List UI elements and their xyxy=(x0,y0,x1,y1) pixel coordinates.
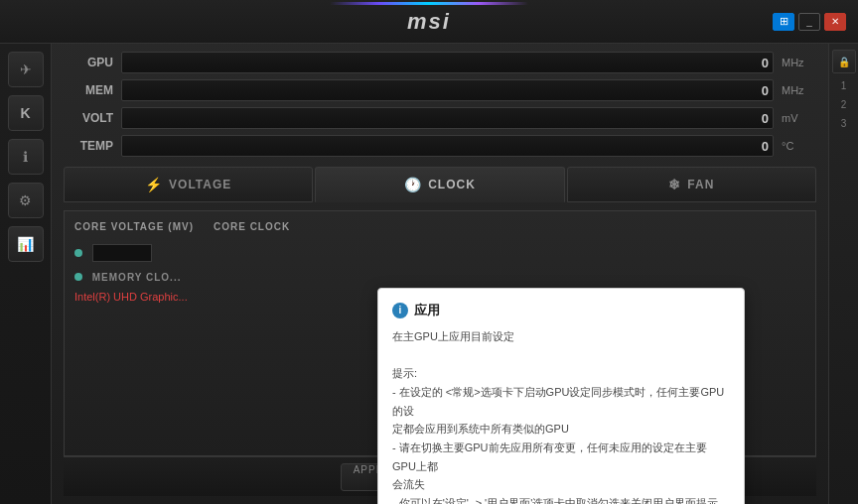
tab-voltage[interactable]: ⚡ VOLTAGE xyxy=(64,167,313,202)
tooltip-title: i 应用 xyxy=(392,301,730,321)
profile-3[interactable]: 3 xyxy=(841,118,847,129)
tab-clock[interactable]: 🕐 CLOCK xyxy=(315,167,564,202)
mem-unit: MHz xyxy=(782,84,816,96)
tab-fan-label: FAN xyxy=(687,178,714,191)
app-window: msi ⊞ _ ✕ ✈ K ℹ ⚙ 📊 GPU 0 xyxy=(0,0,858,504)
lock-button[interactable]: 🔒 xyxy=(832,50,856,73)
core-voltage-section xyxy=(74,244,805,262)
tooltip-line1: 在主GPU上应用目前设定 xyxy=(392,327,730,346)
temp-unit: °C xyxy=(782,140,816,152)
gpu-bar: 0 xyxy=(121,52,774,73)
temp-label: TEMP xyxy=(64,139,113,153)
tooltip-line7: - 你可以在'设定' -> '用户界面'选项卡中取消勾选来关闭用户界面提示 xyxy=(392,494,730,504)
volt-unit: mV xyxy=(782,112,816,124)
mem-bar: 0 xyxy=(121,79,774,101)
gpu-value: 0 xyxy=(762,56,769,70)
led-dot-mem xyxy=(74,273,82,281)
tab-clock-label: CLOCK xyxy=(428,178,476,191)
gpu-unit: MHz xyxy=(782,57,816,68)
voltage-input[interactable] xyxy=(92,244,152,262)
profile-2[interactable]: 2 xyxy=(841,99,847,110)
window-controls: ⊞ _ ✕ xyxy=(773,13,846,31)
mem-meter-row: MEM 0 MHz xyxy=(64,79,816,101)
temp-bar: 0 xyxy=(121,135,774,157)
windows-button[interactable]: ⊞ xyxy=(773,13,794,31)
memory-clock-label: MEMORY CLO... xyxy=(74,272,805,283)
temp-meter-row: TEMP 0 °C xyxy=(64,135,816,157)
tooltip-info-icon: i xyxy=(392,303,408,318)
left-sidebar: ✈ K ℹ ⚙ 📊 xyxy=(0,44,52,504)
tooltip-line4: 定都会应用到系统中所有类似的GPU xyxy=(392,420,730,439)
sidebar-k-button[interactable]: K xyxy=(8,95,44,131)
tab-section: ⚡ VOLTAGE 🕐 CLOCK ❄ FAN xyxy=(64,167,816,202)
tooltip-popup: i 应用 在主GPU上应用目前设定 提示: - 在设定的 <常规>选项卡下启动G… xyxy=(377,288,745,504)
gpu-label: GPU xyxy=(64,56,113,69)
fan-icon: ❄ xyxy=(668,177,681,192)
core-clock-sub-label: CORE CLOCK xyxy=(214,221,290,232)
mem-label: MEM xyxy=(64,83,113,97)
meters-section: GPU 0 MHz MEM 0 MHz VOLT 0 xyxy=(64,52,816,157)
tooltip-title-text: 应用 xyxy=(414,301,440,321)
tooltip-line6: 会流失 xyxy=(392,475,730,494)
clock-icon: 🕐 xyxy=(404,177,422,192)
tooltip-line5: - 请在切换主要GPU前先应用所有变更，任何未应用的设定在主要GPU上都 xyxy=(392,439,730,475)
temp-value: 0 xyxy=(762,139,769,154)
tab-voltage-label: VOLTAGE xyxy=(169,178,231,191)
tab-fan[interactable]: ❄ FAN xyxy=(567,167,816,202)
volt-meter-row: VOLT 0 mV xyxy=(64,107,816,129)
sidebar-monitor-button[interactable]: 📊 xyxy=(8,226,44,262)
mem-value: 0 xyxy=(762,83,769,98)
sub-labels-row: CORE VOLTAGE (MV) CORE CLOCK xyxy=(74,221,805,232)
volt-bar: 0 xyxy=(121,107,774,129)
profile-1[interactable]: 1 xyxy=(841,80,847,91)
sidebar-info-button[interactable]: ℹ xyxy=(8,139,44,175)
tooltip-body: 在主GPU上应用目前设定 提示: - 在设定的 <常规>选项卡下启动GPU设定同… xyxy=(392,327,730,504)
sidebar-settings-button[interactable]: ⚙ xyxy=(8,183,44,218)
gpu-meter-row: GPU 0 MHz xyxy=(64,52,816,73)
volt-value: 0 xyxy=(762,111,769,126)
right-sidebar: 🔒 1 2 3 xyxy=(828,44,858,504)
sidebar-airplane-button[interactable]: ✈ xyxy=(8,52,44,87)
close-button[interactable]: ✕ xyxy=(824,13,846,31)
app-logo: msi xyxy=(407,9,451,35)
voltage-icon: ⚡ xyxy=(145,177,163,192)
core-voltage-sub-label: CORE VOLTAGE (MV) xyxy=(74,221,194,232)
minimize-button[interactable]: _ xyxy=(798,13,820,31)
led-dot-voltage xyxy=(74,249,82,257)
tooltip-line2: 提示: xyxy=(392,364,730,383)
tooltip-line3: - 在设定的 <常规>选项卡下启动GPU设定同步模式时，任何主要GPU的设 xyxy=(392,383,730,420)
volt-label: VOLT xyxy=(64,111,113,125)
title-bar: msi ⊞ _ ✕ xyxy=(0,0,858,44)
